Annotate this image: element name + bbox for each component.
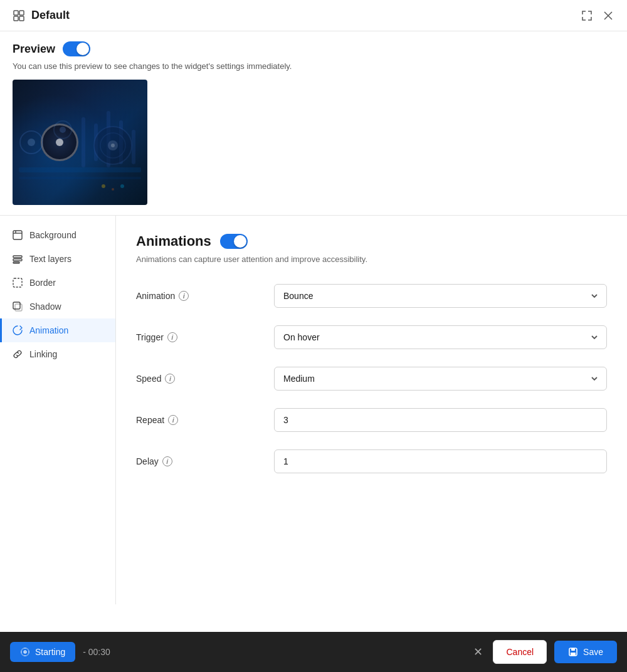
speed-select[interactable]: Slow Medium Fast [274,367,607,391]
trigger-label: Trigger i [136,332,274,342]
speed-control: Slow Medium Fast [274,367,607,391]
speed-label: Speed i [136,374,274,384]
linking-icon [12,349,23,360]
starting-label: Starting [35,647,65,657]
animation-label: Animation i [136,291,274,301]
svg-rect-14 [132,130,135,164]
svg-point-17 [120,184,124,188]
delay-row: Delay i [136,449,607,473]
svg-point-16 [112,188,114,191]
starting-button[interactable]: Starting [10,642,75,662]
svg-rect-24 [13,259,22,261]
svg-rect-2 [14,16,18,21]
timer-text: - 00:30 [83,647,110,657]
speed-row: Speed i Slow Medium Fast [136,367,607,391]
trigger-row: Trigger i On hover On click On load On s… [136,325,607,349]
speed-info-icon[interactable]: i [165,374,175,384]
svg-rect-25 [13,262,19,263]
gear-icon [20,647,30,657]
svg-rect-10 [82,117,85,167]
sidebar-item-border[interactable]: Border [0,271,115,295]
preview-toggle[interactable] [63,41,90,56]
repeat-label: Repeat i [136,415,274,425]
sidebar-item-shadow-label: Shadow [29,302,61,312]
preview-header: Preview [13,41,614,56]
repeat-input[interactable] [274,408,607,432]
animation-row: Animation i Bounce None Fade Slide Zoom … [136,284,607,308]
text-layers-icon [12,253,23,265]
sidebar-item-text-layers-label: Text layers [29,254,71,264]
repeat-control [274,408,607,432]
sidebar-item-animation[interactable]: Animation [0,318,115,342]
svg-rect-0 [14,11,18,15]
trigger-info-icon[interactable]: i [167,332,177,342]
app-title: Default [31,9,70,22]
sidebar-item-linking-label: Linking [29,349,57,359]
timer-display: - 00:30 [83,647,463,657]
preview-subtitle: You can use this preview to see changes … [13,61,614,71]
speed-select-wrapper: Slow Medium Fast [274,367,607,391]
header-icons [581,9,614,22]
bottom-bar: Starting - 00:30 ✕ Cancel Save [0,632,627,672]
animation-info-icon[interactable]: i [179,291,189,301]
expand-icon[interactable] [581,9,593,22]
svg-rect-4 [19,167,141,172]
trigger-select-wrapper: On hover On click On load On scroll [274,325,607,349]
dj-svg [13,80,147,205]
shadow-icon [12,301,23,312]
animations-panel: Animations Animations can capture user a… [116,216,627,604]
svg-rect-26 [13,278,22,287]
trigger-control: On hover On click On load On scroll [274,325,607,349]
svg-rect-5 [19,177,141,179]
svg-rect-30 [571,648,575,651]
animations-header: Animations [136,233,607,249]
svg-rect-22 [13,231,22,239]
sidebar-item-background[interactable]: Background [0,223,115,247]
svg-rect-1 [19,11,24,15]
animations-subtitle: Animations can capture user attention an… [136,255,607,264]
close-bar-button[interactable]: ✕ [471,643,485,661]
svg-point-7 [28,139,35,146]
grid-icon [13,9,25,22]
animation-select-wrapper: Bounce None Fade Slide Zoom Spin [274,284,607,308]
delay-label: Delay i [136,456,274,466]
animation-select[interactable]: Bounce None Fade Slide Zoom Spin [274,284,607,308]
dj-equipment [13,80,147,205]
animation-control: Bounce None Fade Slide Zoom Spin [274,284,607,308]
sidebar-item-background-label: Background [29,230,76,240]
preview-image [13,80,147,205]
save-icon [568,647,578,657]
delay-input[interactable] [274,449,607,473]
delay-control [274,449,607,473]
svg-rect-28 [15,304,22,311]
save-button[interactable]: Save [554,641,617,663]
trigger-select[interactable]: On hover On click On load On scroll [274,325,607,349]
svg-point-15 [102,184,105,188]
border-icon [12,277,23,288]
svg-point-9 [60,127,66,133]
preview-section: Preview You can use this preview to see … [0,31,627,215]
sidebar-item-border-label: Border [29,278,56,288]
svg-rect-3 [19,16,24,21]
svg-point-21 [111,144,115,147]
delay-info-icon[interactable]: i [162,456,172,466]
preview-title: Preview [13,43,55,56]
close-icon[interactable] [602,9,614,22]
sidebar: Background Text layers Border Shadow [0,216,116,604]
animations-toggle[interactable] [220,234,248,249]
repeat-row: Repeat i [136,408,607,432]
app-header: Default [0,0,627,31]
svg-rect-27 [13,302,20,309]
sidebar-item-shadow[interactable]: Shadow [0,295,115,318]
sidebar-item-animation-label: Animation [29,325,68,335]
sidebar-item-linking[interactable]: Linking [0,342,115,366]
animation-icon [12,325,23,336]
sidebar-item-text-layers[interactable]: Text layers [0,247,115,271]
repeat-info-icon[interactable]: i [168,415,178,425]
main-content: Background Text layers Border Shadow [0,216,627,604]
svg-rect-23 [13,256,22,258]
cancel-button[interactable]: Cancel [493,640,547,664]
animations-title: Animations [136,233,211,249]
header-left: Default [13,9,70,22]
background-icon [12,229,23,241]
